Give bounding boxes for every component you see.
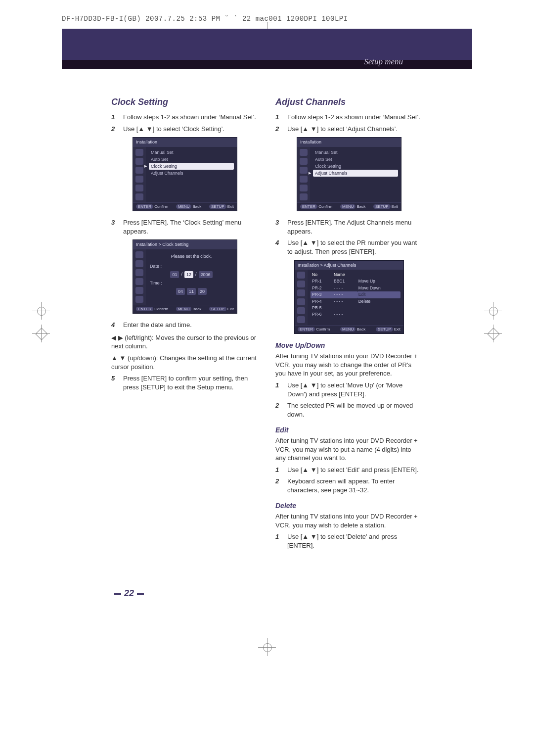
edit-step-2: Keyboard screen will appear. To enter ch… — [287, 477, 423, 494]
header-band — [62, 29, 472, 60]
page-number: 22 — [111, 588, 147, 598]
right-column: Adjust Channels 1Follow steps 1-2 as sho… — [275, 96, 423, 554]
osd2-title: Installation > Clock Setting — [133, 240, 237, 249]
edit-title: Edit — [275, 425, 423, 435]
osd4-title: Installation > Adjust Channels — [295, 261, 403, 270]
right-step-3: Press [ENTER]. The Adjust Channels menu … — [287, 218, 423, 236]
move-updown-title: Move Up/Down — [275, 341, 423, 350]
left-step-1: Follow steps 1-2 as shown under ‘Manual … — [123, 113, 256, 122]
left-step-5: Press [ENTER] to confirm your setting, t… — [123, 374, 259, 391]
edit-step-1: Use [▲ ▼] to select 'Edit' and press [EN… — [287, 466, 419, 474]
registration-marks-left — [32, 302, 50, 347]
registration-marks-right — [484, 302, 502, 347]
left-step-4b: ▲ ▼ (up/down): Changes the setting at th… — [111, 354, 259, 371]
delete-body: After tuning TV stations into your DVD R… — [275, 512, 423, 529]
breadcrumb: Setup menu — [364, 57, 403, 67]
right-step-4: Use [▲ ▼] to select the PR number you wa… — [287, 238, 423, 256]
delete-step-1: Use [▲ ▼] to select 'Delete' and press [… — [287, 532, 423, 550]
edit-body: After tuning TV stations into your DVD R… — [275, 436, 423, 463]
clock-setting-title: Clock Setting — [111, 96, 259, 108]
right-step-2: Use [▲ ▼] to select ‘Adjust Channels’. — [287, 125, 398, 134]
left-step-2: Use [▲ ▼] to select ‘Clock Setting’. — [123, 125, 224, 134]
left-step-4a: ◀ ▶ (left/right): Moves the cursor to th… — [111, 333, 259, 351]
osd-installation-clock: Installation Manual Set Auto Set Clock S… — [133, 137, 237, 211]
osd-installation-adjust: Installation Manual Set Auto Set Clock S… — [297, 137, 401, 211]
left-step-4: Enter the date and time. — [123, 321, 192, 330]
crop-mark-top — [62, 22, 472, 29]
adjust-channels-title: Adjust Channels — [275, 96, 423, 108]
delete-title: Delete — [275, 501, 423, 511]
osd1-menu: Manual Set Auto Set Clock Setting Adjust… — [146, 147, 237, 202]
right-step-1: Follow steps 1-2 as shown under ‘Manual … — [287, 113, 420, 122]
registration-marks-bottom — [62, 638, 472, 663]
osd1-title: Installation — [133, 138, 237, 146]
osd-clock-setting: Installation > Clock Setting Please set … — [133, 239, 237, 314]
move-step-2: The selected PR will be moved up or move… — [287, 401, 423, 419]
osd-adjust-channels: Installation > Adjust Channels NoName PR… — [294, 260, 404, 334]
move-step-1: Use [▲ ▼] to select 'Move Up' (or 'Move … — [287, 381, 423, 398]
move-updown-body: After tuning TV stations into your DVD R… — [275, 352, 423, 378]
osd3-title: Installation — [297, 138, 401, 146]
left-step-3: Press [ENTER]. The ‘Clock Setting’ menu … — [123, 218, 259, 236]
header-band-dark: Setup menu — [62, 60, 472, 69]
left-column: Clock Setting 1Follow steps 1-2 as shown… — [111, 96, 259, 554]
